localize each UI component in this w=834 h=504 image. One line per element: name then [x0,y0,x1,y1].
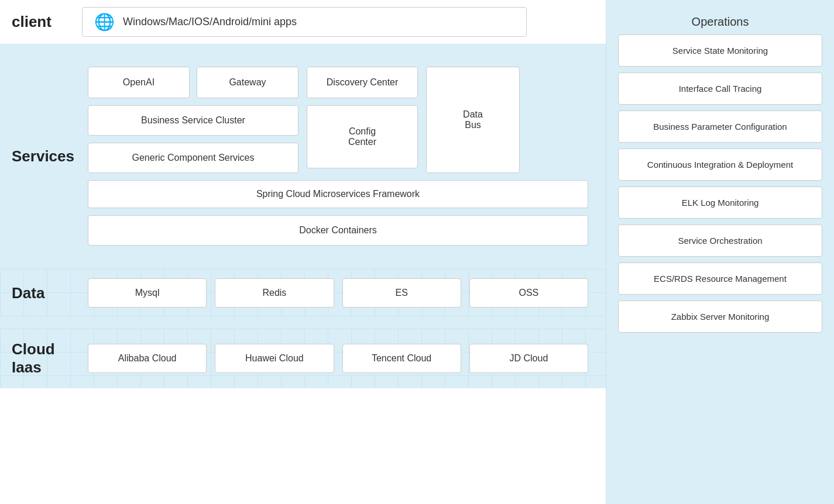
client-platforms: Windows/Mac/IOS/Android/mini apps [123,16,297,28]
sidebar-item-1: Interface Call Tracing [618,73,822,105]
spacer-1 [0,44,606,55]
operations-title: Operations [692,6,749,34]
sidebar-item-0: Service State Monitoring [618,34,822,67]
right-sidebar: Operations Service State Monitoring Inte… [606,0,834,504]
spring-cloud-box: Spring Cloud Microservices Framework [88,180,588,208]
sidebar-item-label-2: Business Parameter Configuration [653,122,787,132]
oss-box: OSS [469,278,588,308]
page-container: client 🌐 Windows/Mac/IOS/Android/mini ap… [0,0,834,504]
business-service-cluster-box: Business Service Cluster [88,105,298,136]
mysql-box: Mysql [88,278,207,308]
config-center-box: Config Center [307,105,418,168]
sidebar-item-label-6: ECS/RDS Resource Management [654,274,787,284]
globe-icon: 🌐 [94,12,115,32]
openai-box: OpenAI [88,67,190,98]
services-section: Services OpenAI Gateway [0,55,606,257]
client-label: client [12,13,82,31]
main-area: client 🌐 Windows/Mac/IOS/Android/mini ap… [0,0,606,504]
sidebar-item-4: ELK Log Monitoring [618,187,822,219]
redis-box: Redis [215,278,334,308]
client-row: client 🌐 Windows/Mac/IOS/Android/mini ap… [0,0,606,44]
sidebar-item-label-5: Service Orchestration [678,236,762,246]
tencent-box: Tencent Cloud [342,344,461,373]
sidebar-item-label-3: Continuous Integration & Deployment [647,160,793,170]
cloud-label: Cloud Iaas [12,329,82,388]
sidebar-item-6: ECS/RDS Resource Management [618,263,822,295]
discovery-center-box: Discovery Center [307,67,418,98]
sidebar-item-2: Business Parameter Configuration [618,111,822,143]
separator-2 [0,317,606,329]
data-bus-box: Data Bus [426,67,520,173]
separator-1 [0,257,606,269]
sidebar-item-label-0: Service State Monitoring [672,46,768,56]
data-items: Mysql Redis ES OSS [82,269,594,317]
docker-containers-box: Docker Containers [88,215,588,246]
cloud-items: Alibaba Cloud Huawei Cloud Tencent Cloud… [82,334,594,382]
sidebar-item-label-4: ELK Log Monitoring [682,198,759,208]
es-box: ES [342,278,461,308]
client-box: 🌐 Windows/Mac/IOS/Android/mini apps [82,7,527,37]
gateway-box: Gateway [197,67,298,98]
sidebar-item-5: Service Orchestration [618,225,822,257]
sidebar-item-3: Continuous Integration & Deployment [618,149,822,181]
sidebar-item-label-1: Interface Call Tracing [679,84,762,94]
cloud-section: Cloud Iaas Alibaba Cloud Huawei Cloud Te… [0,329,606,388]
sidebar-item-7: Zabbix Server Monitoring [618,301,822,333]
sidebar-item-label-7: Zabbix Server Monitoring [671,312,770,322]
data-label: Data [12,272,82,314]
data-section: Data Mysql Redis ES OSS [0,269,606,317]
huawei-box: Huawei Cloud [215,344,334,373]
generic-component-services-box: Generic Component Services [88,143,298,173]
jd-box: JD Cloud [469,344,588,373]
services-inner: OpenAI Gateway Business Service Cluster [82,55,594,257]
services-label: Services [12,55,82,257]
alibaba-box: Alibaba Cloud [88,344,207,373]
